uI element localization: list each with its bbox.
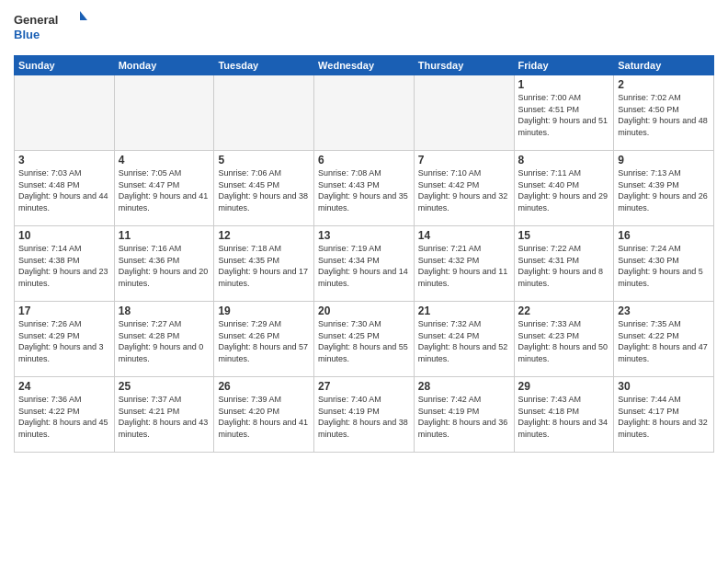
svg-text:General: General bbox=[14, 13, 58, 27]
calendar-cell: 19Sunrise: 7:29 AMSunset: 4:26 PMDayligh… bbox=[214, 302, 314, 377]
calendar-cell: 16Sunrise: 7:24 AMSunset: 4:30 PMDayligh… bbox=[614, 226, 714, 302]
day-number: 2 bbox=[618, 78, 710, 91]
calendar-cell: 12Sunrise: 7:18 AMSunset: 4:35 PMDayligh… bbox=[214, 226, 314, 302]
day-info: Sunrise: 7:42 AMSunset: 4:19 PMDaylight:… bbox=[418, 394, 510, 440]
calendar-cell: 21Sunrise: 7:32 AMSunset: 4:24 PMDayligh… bbox=[414, 302, 514, 377]
day-info: Sunrise: 7:19 AMSunset: 4:34 PMDaylight:… bbox=[318, 243, 410, 289]
day-info: Sunrise: 7:35 AMSunset: 4:22 PMDaylight:… bbox=[618, 318, 710, 364]
calendar-cell: 23Sunrise: 7:35 AMSunset: 4:22 PMDayligh… bbox=[614, 302, 714, 377]
page-container: General Blue SundayMondayTuesdayWednesda… bbox=[0, 0, 728, 457]
logo-svg: General Blue bbox=[14, 9, 87, 50]
calendar-cell: 10Sunrise: 7:14 AMSunset: 4:38 PMDayligh… bbox=[15, 226, 115, 302]
page-header: General Blue bbox=[14, 9, 714, 50]
header-friday: Friday bbox=[514, 56, 614, 75]
day-number: 1 bbox=[518, 78, 610, 91]
day-number: 25 bbox=[119, 380, 210, 393]
day-info: Sunrise: 7:00 AMSunset: 4:51 PMDaylight:… bbox=[518, 92, 610, 138]
day-number: 13 bbox=[318, 229, 410, 242]
calendar-cell: 24Sunrise: 7:36 AMSunset: 4:22 PMDayligh… bbox=[15, 377, 115, 453]
day-info: Sunrise: 7:40 AMSunset: 4:19 PMDaylight:… bbox=[318, 394, 410, 440]
calendar-cell: 17Sunrise: 7:26 AMSunset: 4:29 PMDayligh… bbox=[15, 302, 115, 377]
calendar-week-2: 10Sunrise: 7:14 AMSunset: 4:38 PMDayligh… bbox=[15, 226, 714, 302]
calendar-cell: 29Sunrise: 7:43 AMSunset: 4:18 PMDayligh… bbox=[514, 377, 614, 453]
day-number: 17 bbox=[18, 304, 110, 317]
day-number: 10 bbox=[18, 229, 110, 242]
day-info: Sunrise: 7:21 AMSunset: 4:32 PMDaylight:… bbox=[418, 243, 510, 289]
day-info: Sunrise: 7:10 AMSunset: 4:42 PMDaylight:… bbox=[418, 167, 510, 213]
day-info: Sunrise: 7:22 AMSunset: 4:31 PMDaylight:… bbox=[518, 243, 610, 289]
day-info: Sunrise: 7:30 AMSunset: 4:25 PMDaylight:… bbox=[318, 318, 410, 364]
calendar-cell: 20Sunrise: 7:30 AMSunset: 4:25 PMDayligh… bbox=[314, 302, 415, 377]
day-number: 26 bbox=[218, 380, 310, 393]
day-info: Sunrise: 7:29 AMSunset: 4:26 PMDaylight:… bbox=[218, 318, 310, 364]
day-number: 4 bbox=[119, 154, 210, 167]
calendar-cell: 4Sunrise: 7:05 AMSunset: 4:47 PMDaylight… bbox=[114, 151, 214, 226]
day-info: Sunrise: 7:32 AMSunset: 4:24 PMDaylight:… bbox=[418, 318, 510, 364]
day-number: 27 bbox=[318, 380, 410, 393]
day-info: Sunrise: 7:06 AMSunset: 4:45 PMDaylight:… bbox=[218, 167, 310, 213]
calendar-cell: 15Sunrise: 7:22 AMSunset: 4:31 PMDayligh… bbox=[514, 226, 614, 302]
day-number: 11 bbox=[119, 229, 210, 242]
calendar-table: SundayMondayTuesdayWednesdayThursdayFrid… bbox=[14, 55, 714, 453]
header-saturday: Saturday bbox=[614, 56, 714, 75]
day-number: 24 bbox=[18, 380, 110, 393]
day-info: Sunrise: 7:11 AMSunset: 4:40 PMDaylight:… bbox=[518, 167, 610, 213]
day-info: Sunrise: 7:39 AMSunset: 4:20 PMDaylight:… bbox=[218, 394, 310, 440]
day-number: 23 bbox=[618, 304, 710, 317]
day-info: Sunrise: 7:08 AMSunset: 4:43 PMDaylight:… bbox=[318, 167, 410, 213]
logo: General Blue bbox=[14, 9, 87, 50]
day-info: Sunrise: 7:05 AMSunset: 4:47 PMDaylight:… bbox=[119, 167, 210, 213]
calendar-cell: 3Sunrise: 7:03 AMSunset: 4:48 PMDaylight… bbox=[15, 151, 115, 226]
calendar-cell: 6Sunrise: 7:08 AMSunset: 4:43 PMDaylight… bbox=[314, 151, 415, 226]
day-info: Sunrise: 7:43 AMSunset: 4:18 PMDaylight:… bbox=[518, 394, 610, 440]
day-number: 28 bbox=[418, 380, 510, 393]
calendar-cell: 13Sunrise: 7:19 AMSunset: 4:34 PMDayligh… bbox=[314, 226, 415, 302]
day-number: 12 bbox=[218, 229, 310, 242]
calendar-cell: 26Sunrise: 7:39 AMSunset: 4:20 PMDayligh… bbox=[214, 377, 314, 453]
calendar-cell bbox=[214, 75, 314, 151]
day-number: 16 bbox=[618, 229, 710, 242]
day-info: Sunrise: 7:02 AMSunset: 4:50 PMDaylight:… bbox=[618, 92, 710, 138]
svg-text:Blue: Blue bbox=[14, 28, 40, 41]
day-info: Sunrise: 7:13 AMSunset: 4:39 PMDaylight:… bbox=[618, 167, 710, 213]
calendar-cell bbox=[314, 75, 415, 151]
calendar-cell: 18Sunrise: 7:27 AMSunset: 4:28 PMDayligh… bbox=[114, 302, 214, 377]
day-number: 9 bbox=[618, 154, 710, 167]
calendar-week-3: 17Sunrise: 7:26 AMSunset: 4:29 PMDayligh… bbox=[15, 302, 714, 377]
calendar-week-0: 1Sunrise: 7:00 AMSunset: 4:51 PMDaylight… bbox=[15, 75, 714, 151]
day-info: Sunrise: 7:27 AMSunset: 4:28 PMDaylight:… bbox=[119, 318, 210, 364]
day-info: Sunrise: 7:36 AMSunset: 4:22 PMDaylight:… bbox=[18, 394, 110, 440]
day-number: 3 bbox=[18, 154, 110, 167]
day-info: Sunrise: 7:24 AMSunset: 4:30 PMDaylight:… bbox=[618, 243, 710, 289]
day-info: Sunrise: 7:16 AMSunset: 4:36 PMDaylight:… bbox=[119, 243, 210, 289]
calendar-cell: 22Sunrise: 7:33 AMSunset: 4:23 PMDayligh… bbox=[514, 302, 614, 377]
header-thursday: Thursday bbox=[414, 56, 514, 75]
day-number: 6 bbox=[318, 154, 410, 167]
calendar-cell bbox=[15, 75, 115, 151]
day-info: Sunrise: 7:37 AMSunset: 4:21 PMDaylight:… bbox=[119, 394, 210, 440]
calendar-cell: 14Sunrise: 7:21 AMSunset: 4:32 PMDayligh… bbox=[414, 226, 514, 302]
calendar-cell bbox=[114, 75, 214, 151]
day-number: 29 bbox=[518, 380, 610, 393]
calendar-week-4: 24Sunrise: 7:36 AMSunset: 4:22 PMDayligh… bbox=[15, 377, 714, 453]
calendar-cell: 2Sunrise: 7:02 AMSunset: 4:50 PMDaylight… bbox=[614, 75, 714, 151]
day-number: 5 bbox=[218, 154, 310, 167]
day-number: 14 bbox=[418, 229, 510, 242]
calendar-header-row: SundayMondayTuesdayWednesdayThursdayFrid… bbox=[15, 56, 714, 75]
header-monday: Monday bbox=[114, 56, 214, 75]
day-number: 19 bbox=[218, 304, 310, 317]
svg-marker-2 bbox=[80, 11, 87, 20]
calendar-cell: 11Sunrise: 7:16 AMSunset: 4:36 PMDayligh… bbox=[114, 226, 214, 302]
day-number: 21 bbox=[418, 304, 510, 317]
calendar-cell: 25Sunrise: 7:37 AMSunset: 4:21 PMDayligh… bbox=[114, 377, 214, 453]
day-info: Sunrise: 7:03 AMSunset: 4:48 PMDaylight:… bbox=[18, 167, 110, 213]
calendar-cell: 30Sunrise: 7:44 AMSunset: 4:17 PMDayligh… bbox=[614, 377, 714, 453]
day-info: Sunrise: 7:14 AMSunset: 4:38 PMDaylight:… bbox=[18, 243, 110, 289]
day-number: 8 bbox=[518, 154, 610, 167]
header-wednesday: Wednesday bbox=[314, 56, 415, 75]
calendar-week-1: 3Sunrise: 7:03 AMSunset: 4:48 PMDaylight… bbox=[15, 151, 714, 226]
day-info: Sunrise: 7:33 AMSunset: 4:23 PMDaylight:… bbox=[518, 318, 610, 364]
day-number: 20 bbox=[318, 304, 410, 317]
day-number: 7 bbox=[418, 154, 510, 167]
day-info: Sunrise: 7:18 AMSunset: 4:35 PMDaylight:… bbox=[218, 243, 310, 289]
